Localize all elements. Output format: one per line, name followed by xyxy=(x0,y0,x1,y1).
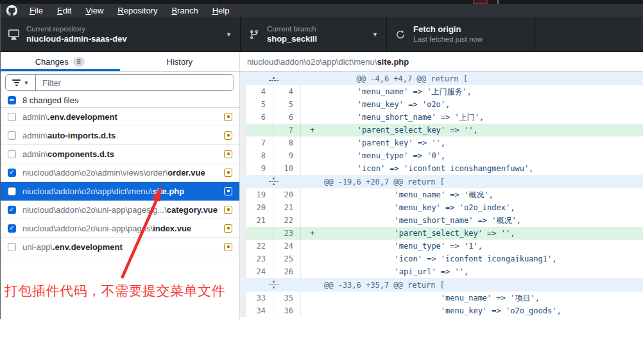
file-path-text: admin\auto-imports.d.ts xyxy=(22,131,218,140)
line-select-gutter[interactable] xyxy=(240,240,246,252)
file-checkbox[interactable] xyxy=(8,131,16,140)
diff-file-header: niucloud\addon\o2o\app\dict\menu\site.ph… xyxy=(240,53,643,72)
file-row[interactable]: ✓niucloud\addon\o2o\admin\views\order\or… xyxy=(0,163,239,182)
file-checkbox[interactable] xyxy=(8,150,16,158)
old-line-number: 33 xyxy=(246,292,273,304)
computer-icon xyxy=(8,29,19,40)
menu-item-help[interactable]: Help xyxy=(205,4,237,17)
line-select-gutter[interactable] xyxy=(240,124,246,136)
branch-label: Current branch xyxy=(267,24,317,33)
old-line-number: 4 xyxy=(246,85,273,98)
fetch-origin-button[interactable]: Fetch origin Last fetched just now xyxy=(387,17,535,51)
code-text: 'menu_key' => 'o2o_index', xyxy=(320,201,515,214)
line-select-gutter[interactable] xyxy=(240,111,246,124)
menu-item-view[interactable]: View xyxy=(78,4,110,17)
select-all-checkbox[interactable] xyxy=(8,96,16,104)
code-cell: + 'parent_select_key' => '', xyxy=(301,227,643,240)
code-text: 'menu_type' => '0', xyxy=(320,149,445,162)
menu-item-file[interactable]: File xyxy=(22,4,50,17)
diff-context-line: 2122 'menu_short_name' => '概况', xyxy=(240,214,643,227)
tab-changes[interactable]: Changes 8 xyxy=(0,53,120,71)
diff-marker xyxy=(310,111,320,124)
tab-history[interactable]: History xyxy=(120,53,240,71)
sidebar-tabbar: Changes 8 History xyxy=(0,53,239,72)
diff-context-line: 3436 'menu_key' => 'o2o_goods', xyxy=(240,304,643,317)
current-branch-button[interactable]: Current branch shop_seckill ▼ xyxy=(241,17,387,51)
file-checkbox[interactable] xyxy=(8,187,16,195)
repo-name: niucloud-admin-saas-dev xyxy=(26,34,127,44)
file-checkbox[interactable]: ✓ xyxy=(8,169,16,177)
file-row[interactable]: admin\components.d.ts xyxy=(0,145,239,163)
menu-item-repository[interactable]: Repository xyxy=(110,4,164,17)
tab-changes-label: Changes xyxy=(35,57,69,67)
menu-item-branch[interactable]: Branch xyxy=(164,4,205,17)
hunk-header-row: ▲ @@ -4,6 +4,7 @@ return [ xyxy=(240,72,643,85)
code-text: 'menu_name' => '项目', xyxy=(320,292,540,304)
code-text: 'menu_short_name' => '概况', xyxy=(320,214,521,227)
line-select-gutter[interactable] xyxy=(240,201,246,214)
new-line-number: 21 xyxy=(273,201,301,214)
diff-marker xyxy=(310,188,320,201)
chevron-down-icon: ▼ xyxy=(226,31,232,38)
old-line-number: 23 xyxy=(246,252,273,265)
file-checkbox[interactable]: ✓ xyxy=(8,206,16,214)
file-row[interactable]: niucloud\addon\o2o\app\dict\menu\site.ph… xyxy=(0,182,239,201)
diff-file-name: site.php xyxy=(377,57,409,67)
new-line-number: 8 xyxy=(273,136,301,149)
expand-hunk-icon[interactable]: ▲ xyxy=(264,72,284,85)
code-cell: 'menu_key' => 'o2o', xyxy=(301,98,643,111)
menu-items: FileEditViewRepositoryBranchHelp xyxy=(22,4,236,17)
line-select-gutter[interactable] xyxy=(240,98,246,111)
filter-row: ▼ xyxy=(0,72,239,93)
github-desktop-window: FileEditViewRepositoryBranchHelp Current… xyxy=(0,0,643,364)
diff-added-line: 7+ 'parent_select_key' => '', xyxy=(240,124,643,136)
code-cell: 'menu_name' => '项目', xyxy=(301,292,643,304)
line-select-gutter[interactable] xyxy=(240,85,246,98)
line-select-gutter[interactable] xyxy=(240,292,246,304)
github-logo-icon xyxy=(6,5,17,16)
file-checkbox[interactable] xyxy=(8,243,16,251)
line-select-gutter[interactable] xyxy=(240,304,246,317)
line-select-gutter[interactable] xyxy=(240,162,246,175)
file-path-text: niucloud\addon\o2o\admin\views\order\ord… xyxy=(22,168,218,178)
line-select-gutter[interactable] xyxy=(240,265,246,278)
old-line-number: 19 xyxy=(246,188,273,201)
filter-input[interactable] xyxy=(36,75,234,90)
diff-marker xyxy=(310,85,320,98)
filter-options-button[interactable]: ▼ xyxy=(6,75,36,90)
expand-hunk-icon[interactable]: ▼▲ xyxy=(264,278,284,292)
line-select-gutter[interactable] xyxy=(240,149,246,162)
line-select-gutter[interactable] xyxy=(240,188,246,201)
new-line-number: 22 xyxy=(273,214,301,227)
chevron-down-icon: ▼ xyxy=(372,31,378,38)
expand-hunk-icon[interactable]: ▼▲ xyxy=(264,175,284,188)
current-repository-button[interactable]: Current repository niucloud-admin-saas-d… xyxy=(0,17,241,51)
diff-marker xyxy=(310,265,320,278)
file-checkbox[interactable]: ✓ xyxy=(8,224,16,233)
line-select-gutter[interactable] xyxy=(240,136,246,149)
menu-item-edit[interactable]: Edit xyxy=(50,4,78,17)
file-row[interactable]: ✓niucloud\addon\o2o\uni-app\pages\g...\c… xyxy=(0,201,239,219)
line-select-gutter[interactable] xyxy=(240,227,246,240)
code-text: 'icon' => 'iconfont iconshangmenfuwu', xyxy=(320,162,533,175)
old-line-number: 9 xyxy=(246,162,273,175)
red-annotation-text: 打包插件代码，不需要提交菜单文件 xyxy=(4,282,225,300)
diff-context-line: 89 'menu_type' => '0', xyxy=(240,149,643,162)
new-line-number: 25 xyxy=(273,252,301,265)
file-checkbox[interactable] xyxy=(8,113,16,121)
file-row[interactable]: ✓niucloud\addon\o2o\uni-app\pages\index.… xyxy=(0,219,239,238)
file-row[interactable]: admin\.env.development xyxy=(0,108,239,126)
diff-context-line: 1920 'menu_name' => '概况', xyxy=(240,188,643,201)
file-row[interactable]: uni-app\.env.development xyxy=(0,238,239,256)
line-select-gutter[interactable] xyxy=(240,252,246,265)
old-line-number: 34 xyxy=(246,304,273,317)
new-line-number: 9 xyxy=(273,149,301,162)
modified-file-icon xyxy=(224,206,232,214)
diff-marker xyxy=(310,292,320,304)
diff-panel: niucloud\addon\o2o\app\dict\menu\site.ph… xyxy=(240,53,643,319)
changed-files-summary: 8 changed files xyxy=(0,93,239,108)
line-select-gutter[interactable] xyxy=(240,214,246,227)
file-row[interactable]: admin\auto-imports.d.ts xyxy=(0,126,239,145)
code-cell: + 'parent_select_key' => '', xyxy=(301,124,643,136)
old-line-number: 7 xyxy=(246,136,273,149)
